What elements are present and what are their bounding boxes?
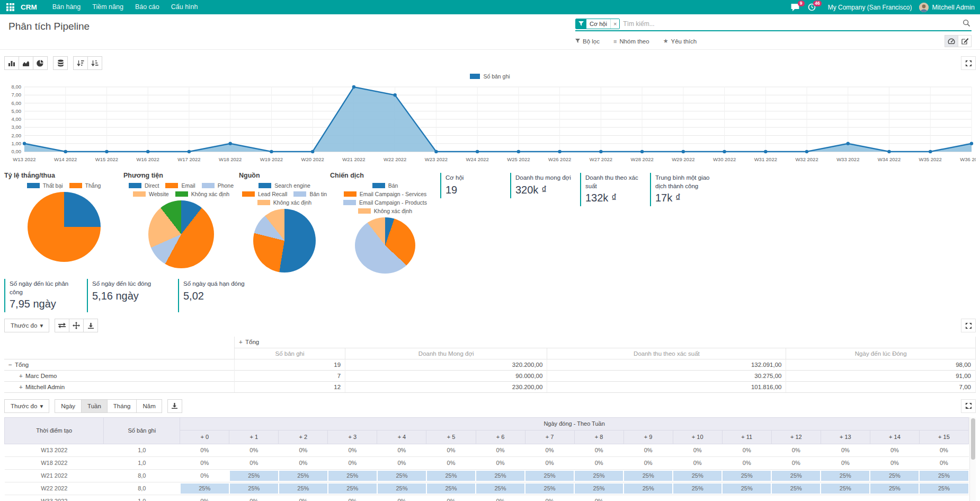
legend-item[interactable]: Không xác định <box>358 208 412 214</box>
pivot-row-header[interactable]: +Mitchell Admin <box>4 381 235 392</box>
cohort-cell: 0% <box>919 456 968 469</box>
pivot-expand-all-button[interactable] <box>69 319 84 332</box>
line-chart-button[interactable] <box>19 56 33 70</box>
legend-item[interactable]: Direct <box>129 182 159 189</box>
group-by-menu[interactable]: ≡ Nhóm theo <box>613 38 649 45</box>
cohort-period-cell[interactable]: W22 2022 <box>5 482 104 495</box>
pivot-measures-button[interactable]: Thước đo▾ <box>4 319 49 332</box>
pivot-flip-axis-button[interactable] <box>55 319 69 332</box>
search-icon[interactable] <box>963 19 970 29</box>
pivot-measure-header[interactable]: Doanh thu Mong đợi <box>345 348 547 359</box>
favorites-menu[interactable]: ★ Yêu thích <box>663 38 697 45</box>
kpi-label: Doanh thu theo xác suất <box>585 174 647 190</box>
filters-menu[interactable]: Bộ lọc <box>575 38 600 45</box>
legend-item[interactable]: Không xác định <box>175 191 229 197</box>
search-input[interactable] <box>620 19 963 29</box>
cohort-period-cell[interactable]: W21 2022 <box>5 469 104 482</box>
cohort-cell: 0% <box>377 444 426 456</box>
cohort-cell: 0% <box>476 495 525 501</box>
pivot-download-button[interactable] <box>83 319 98 332</box>
sort-desc-button[interactable] <box>73 56 88 70</box>
svg-text:2,00: 2,00 <box>12 133 22 138</box>
pivot-fullscreen-button[interactable] <box>961 319 976 332</box>
cohort-cell: 25% <box>426 482 476 495</box>
activities-icon[interactable]: 46 <box>808 3 817 12</box>
cohort-cell: 0% <box>377 456 426 469</box>
search-facet-opportunity[interactable]: Cơ hội × <box>575 19 620 29</box>
pivot-row-header[interactable]: −Tổng <box>4 359 235 370</box>
pivot-col-group[interactable]: +Tổng <box>235 337 976 348</box>
legend-item[interactable]: Email Campaign - Services <box>344 191 427 197</box>
pivot-measure-header[interactable]: Số bản ghi <box>235 348 345 359</box>
expand-arrows-icon <box>965 402 972 409</box>
line-chart[interactable]: 0,001,002,003,004,005,006,007,008,00W13 … <box>4 81 976 170</box>
svg-text:W34 2022: W34 2022 <box>878 156 901 162</box>
graph-fullscreen-button[interactable] <box>961 56 976 70</box>
legend-item[interactable]: Thất bại <box>27 182 63 189</box>
legend-swatch <box>129 183 141 188</box>
company-switcher[interactable]: My Company (San Francisco) <box>828 4 912 11</box>
cohort-cell: 0% <box>279 444 328 456</box>
messages-icon[interactable]: 9 <box>791 3 800 12</box>
pie-chart-2[interactable] <box>148 200 214 268</box>
cohort-fullscreen-button[interactable] <box>961 399 976 413</box>
legend-item[interactable]: Không xác định <box>257 199 311 206</box>
legend-item[interactable]: Search engine <box>259 182 310 189</box>
legend-item[interactable]: Bán <box>372 182 398 189</box>
svg-text:W32 2022: W32 2022 <box>795 156 818 162</box>
apps-menu-icon[interactable] <box>6 3 14 11</box>
cohort-interval-tuần[interactable]: Tuần <box>81 399 108 413</box>
pie-chart-button[interactable] <box>33 56 48 70</box>
nav-menu-báo-cáo[interactable]: Báo cáo <box>129 0 165 14</box>
cohort-cell: 25% <box>426 469 476 482</box>
cohort-download-button[interactable] <box>167 399 182 413</box>
stacked-toggle-button[interactable] <box>53 56 68 70</box>
cohort-interval-tháng[interactable]: Tháng <box>107 399 137 413</box>
app-name[interactable]: CRM <box>21 3 37 11</box>
cohort-period-cell[interactable]: W18 2022 <box>5 456 104 469</box>
cohort-interval-năm[interactable]: Năm <box>136 399 162 413</box>
pie-chart-1[interactable] <box>28 192 101 262</box>
pivot-measure-header[interactable]: Doanh thu theo xác suất <box>547 348 786 359</box>
nav-menu-bán-hàng[interactable]: Bán hàng <box>47 0 87 14</box>
scrollbar-thumb[interactable] <box>971 418 975 460</box>
cohort-row: W22 20228,025%25%25%25%25%25%25%25%25%25… <box>5 482 969 495</box>
view-switch-dashboard-button[interactable] <box>945 35 958 47</box>
bar-chart-button[interactable] <box>4 56 19 70</box>
view-switch-edit-button[interactable] <box>958 35 972 47</box>
legend-swatch <box>257 200 270 205</box>
cohort-period-cell[interactable]: W13 2022 <box>5 444 104 456</box>
legend-item[interactable]: Bản tin <box>293 191 327 197</box>
legend-item[interactable]: Website <box>133 191 169 197</box>
cohort-cell: 0% <box>377 495 426 501</box>
pivot-measure-header[interactable]: Ngày đến lúc Đóng <box>786 348 976 359</box>
cohort-interval-ngày[interactable]: Ngày <box>55 399 82 413</box>
cohort-period-cell[interactable]: W33 2022 <box>5 495 104 501</box>
facet-remove-icon[interactable]: × <box>610 19 619 29</box>
legend-item[interactable]: Email Campaign - Products <box>343 199 427 206</box>
svg-text:W26 2022: W26 2022 <box>548 156 571 162</box>
user-menu[interactable]: Mitchell Admin <box>919 3 975 12</box>
legend-item[interactable]: Lead Recall <box>242 191 287 197</box>
bar-chart-icon <box>8 60 15 67</box>
cohort-scrollbar[interactable]: ▼ <box>969 417 976 501</box>
cohort-offset-header: + 0 <box>180 430 229 444</box>
legend-item[interactable]: Thắng <box>69 182 101 189</box>
pie-chart-4[interactable] <box>355 217 415 274</box>
nav-menu-tiềm-năng[interactable]: Tiềm năng <box>86 0 129 14</box>
nav-menu-cấu-hình[interactable]: Cấu hình <box>165 0 204 14</box>
cohort-offset-header: + 2 <box>279 430 328 444</box>
pie-title: Chiến dịch <box>330 172 364 179</box>
pie-chart-3[interactable] <box>253 209 316 273</box>
cohort-cell: 25% <box>574 482 623 495</box>
svg-text:W20 2022: W20 2022 <box>301 156 324 162</box>
cohort-cell: 0% <box>870 444 919 456</box>
legend-item[interactable]: Email <box>165 182 195 189</box>
cohort-measures-button[interactable]: Thước đo▾ <box>4 399 49 413</box>
cohort-offset-header: + 11 <box>722 430 771 444</box>
pivot-row-header[interactable]: +Marc Demo <box>4 370 235 381</box>
cohort-cell: 0% <box>821 456 870 469</box>
sort-asc-button[interactable] <box>87 56 102 70</box>
cohort-cell: 0% <box>426 456 476 469</box>
legend-item[interactable]: Phone <box>202 182 234 189</box>
